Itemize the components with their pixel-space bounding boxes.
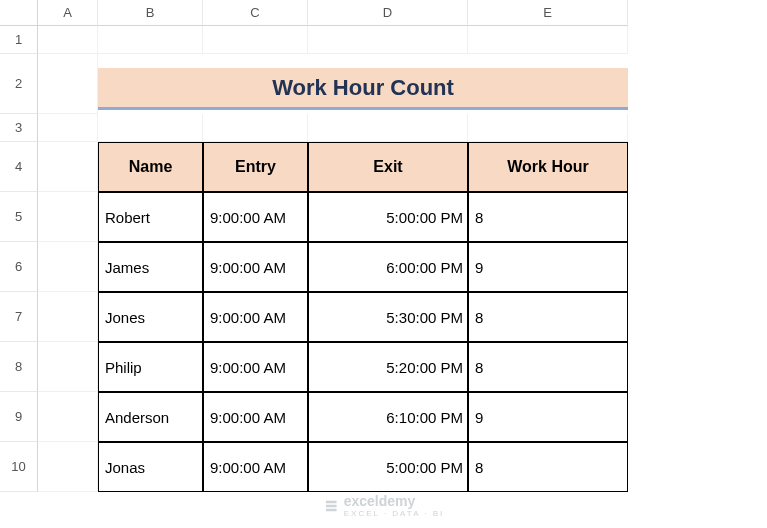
header-name[interactable]: Name: [98, 142, 203, 192]
col-header-c[interactable]: C: [203, 0, 308, 26]
table-row[interactable]: Jones: [98, 292, 203, 342]
table-row[interactable]: 8: [468, 292, 628, 342]
table-row[interactable]: 9: [468, 242, 628, 292]
corner-cell[interactable]: [0, 0, 38, 26]
table-row[interactable]: 8: [468, 442, 628, 492]
table-row[interactable]: 6:00:00 PM: [308, 242, 468, 292]
cell-c1[interactable]: [203, 26, 308, 54]
col-header-e[interactable]: E: [468, 0, 628, 26]
cell-a9[interactable]: [38, 392, 98, 442]
table-row[interactable]: 9:00:00 AM: [203, 392, 308, 442]
cell-a7[interactable]: [38, 292, 98, 342]
col-header-d[interactable]: D: [308, 0, 468, 26]
table-row[interactable]: 9:00:00 AM: [203, 242, 308, 292]
table-row[interactable]: 5:00:00 PM: [308, 192, 468, 242]
row-header-4[interactable]: 4: [0, 142, 38, 192]
row-header-10[interactable]: 10: [0, 442, 38, 492]
cell-a1[interactable]: [38, 26, 98, 54]
row-header-8[interactable]: 8: [0, 342, 38, 392]
table-row[interactable]: 9:00:00 AM: [203, 292, 308, 342]
cell-a5[interactable]: [38, 192, 98, 242]
cell-a3[interactable]: [38, 114, 98, 142]
watermark-brand: exceldemy: [344, 493, 445, 509]
table-row[interactable]: 5:00:00 PM: [308, 442, 468, 492]
table-row[interactable]: 9:00:00 AM: [203, 442, 308, 492]
spreadsheet-grid: A B C D E 1 2 Work Hour Count 3 4 Name E…: [0, 0, 767, 492]
col-header-b[interactable]: B: [98, 0, 203, 26]
cell-e3[interactable]: [468, 114, 628, 142]
cell-a10[interactable]: [38, 442, 98, 492]
header-entry[interactable]: Entry: [203, 142, 308, 192]
table-row[interactable]: 9:00:00 AM: [203, 342, 308, 392]
table-row[interactable]: Philip: [98, 342, 203, 392]
cell-a8[interactable]: [38, 342, 98, 392]
row-header-6[interactable]: 6: [0, 242, 38, 292]
table-row[interactable]: 8: [468, 192, 628, 242]
cell-b3[interactable]: [98, 114, 203, 142]
row-header-1[interactable]: 1: [0, 26, 38, 54]
cell-a4[interactable]: [38, 142, 98, 192]
row-header-2[interactable]: 2: [0, 54, 38, 114]
cell-e1[interactable]: [468, 26, 628, 54]
title-cell[interactable]: Work Hour Count: [98, 68, 628, 110]
table-row[interactable]: 5:30:00 PM: [308, 292, 468, 342]
table-row[interactable]: 5:20:00 PM: [308, 342, 468, 392]
watermark-icon: [323, 498, 339, 514]
col-header-a[interactable]: A: [38, 0, 98, 26]
cell-d3[interactable]: [308, 114, 468, 142]
row-header-9[interactable]: 9: [0, 392, 38, 442]
cell-a6[interactable]: [38, 242, 98, 292]
table-row[interactable]: 6:10:00 PM: [308, 392, 468, 442]
table-row[interactable]: 9: [468, 392, 628, 442]
table-row[interactable]: Jonas: [98, 442, 203, 492]
cell-b1[interactable]: [98, 26, 203, 54]
table-row[interactable]: James: [98, 242, 203, 292]
cell-d1[interactable]: [308, 26, 468, 54]
table-row[interactable]: 8: [468, 342, 628, 392]
row-header-5[interactable]: 5: [0, 192, 38, 242]
row-header-3[interactable]: 3: [0, 114, 38, 142]
header-workhour[interactable]: Work Hour: [468, 142, 628, 192]
cell-a2[interactable]: [38, 54, 98, 114]
row-header-7[interactable]: 7: [0, 292, 38, 342]
table-row[interactable]: Anderson: [98, 392, 203, 442]
watermark: exceldemy EXCEL · DATA · BI: [323, 493, 445, 518]
header-exit[interactable]: Exit: [308, 142, 468, 192]
cell-c3[interactable]: [203, 114, 308, 142]
table-row[interactable]: Robert: [98, 192, 203, 242]
table-row[interactable]: 9:00:00 AM: [203, 192, 308, 242]
watermark-sub: EXCEL · DATA · BI: [344, 509, 445, 518]
